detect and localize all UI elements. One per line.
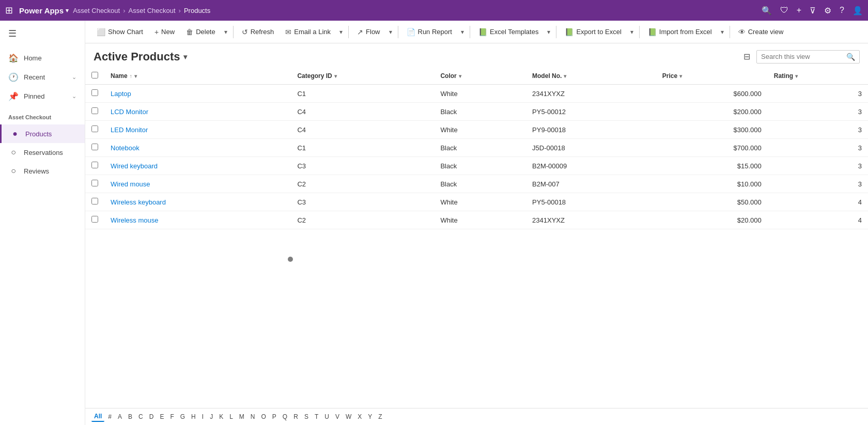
col-model-no[interactable]: Model No. ▾: [526, 68, 656, 85]
category-filter-icon[interactable]: ▾: [334, 73, 337, 79]
filter-icon[interactable]: ⊽: [810, 6, 816, 15]
alpha-btn-h[interactable]: H: [189, 412, 198, 421]
select-all-checkbox[interactable]: [91, 72, 98, 78]
alpha-btn-c[interactable]: C: [136, 412, 146, 421]
alpha-btn-t[interactable]: T: [312, 412, 321, 421]
alpha-btn-q[interactable]: Q: [280, 412, 290, 421]
breadcrumb-asset-checkout-1[interactable]: Asset Checkout: [73, 7, 120, 14]
email-link-button[interactable]: ✉ Email a Link: [280, 25, 336, 39]
add-icon[interactable]: +: [797, 6, 801, 15]
import-excel-button[interactable]: 📗 Import from Excel: [643, 25, 717, 39]
alpha-btn-k[interactable]: K: [216, 412, 226, 421]
alpha-btn-v[interactable]: V: [333, 412, 342, 421]
settings-icon[interactable]: ⚙: [824, 6, 831, 15]
row-checkbox-cell[interactable]: [85, 157, 104, 175]
breadcrumb-asset-checkout-2[interactable]: Asset Checkout: [129, 7, 176, 14]
excel-templates-button[interactable]: 📗 Excel Templates: [473, 25, 544, 39]
col-category-id[interactable]: Category ID ▾: [291, 68, 434, 85]
search-icon[interactable]: 🔍: [762, 6, 772, 15]
alpha-btn-i[interactable]: I: [199, 412, 206, 421]
row-name[interactable]: Notebook: [104, 139, 291, 157]
alpha-btn-e[interactable]: E: [157, 412, 166, 421]
sidebar-item-recent[interactable]: 🕐 Recent ⌄: [0, 68, 85, 87]
show-chart-button[interactable]: ⬜ Show Chart: [91, 25, 148, 39]
row-checkbox-cell[interactable]: [85, 211, 104, 229]
sidebar-item-reservations[interactable]: ○ Reservations: [0, 143, 85, 162]
alpha-btn-n[interactable]: N: [248, 412, 258, 421]
delete-dropdown-button[interactable]: ▾: [222, 26, 230, 38]
name-filter-icon[interactable]: ▾: [134, 73, 137, 79]
row-checkbox-cell[interactable]: [85, 139, 104, 157]
row-checkbox-cell[interactable]: [85, 175, 104, 193]
alpha-btn-o[interactable]: O: [259, 412, 269, 421]
search-input[interactable]: [761, 53, 843, 60]
row-name[interactable]: Wireless mouse: [104, 211, 291, 229]
create-view-button[interactable]: 👁 Create view: [733, 25, 789, 39]
row-name[interactable]: Wired keyboard: [104, 157, 291, 175]
row-checkbox-cell[interactable]: [85, 193, 104, 211]
alpha-btn-all[interactable]: All: [91, 412, 104, 422]
row-name[interactable]: LED Monitor: [104, 121, 291, 139]
row-checkbox[interactable]: [91, 107, 98, 114]
delete-button[interactable]: 🗑 Delete: [181, 25, 221, 39]
alpha-btn-u[interactable]: U: [322, 412, 332, 421]
alpha-btn-z[interactable]: Z: [376, 412, 384, 421]
excel-templates-dropdown-button[interactable]: ▾: [545, 26, 553, 38]
model-filter-icon[interactable]: ▾: [564, 73, 566, 79]
row-name[interactable]: Wired mouse: [104, 175, 291, 193]
rating-filter-icon[interactable]: ▾: [795, 73, 798, 79]
alpha-btn-a[interactable]: A: [115, 412, 125, 421]
alpha-btn-s[interactable]: S: [302, 412, 311, 421]
row-checkbox-cell[interactable]: [85, 85, 104, 103]
sidebar-item-pinned[interactable]: 📌 Pinned ⌄: [0, 87, 85, 106]
alpha-btn-g[interactable]: G: [178, 412, 188, 421]
import-excel-dropdown-button[interactable]: ▾: [718, 26, 726, 38]
refresh-button[interactable]: ↺ Refresh: [237, 25, 280, 39]
run-report-dropdown-button[interactable]: ▾: [458, 26, 467, 38]
new-button[interactable]: + New: [149, 25, 180, 39]
col-color[interactable]: Color ▾: [434, 68, 526, 85]
row-checkbox[interactable]: [91, 198, 98, 204]
col-name[interactable]: Name ↑ ▾: [104, 68, 291, 85]
row-name[interactable]: LCD Monitor: [104, 103, 291, 121]
help-icon[interactable]: ?: [840, 6, 844, 15]
row-checkbox[interactable]: [91, 162, 98, 168]
alpha-btn-j[interactable]: J: [207, 412, 215, 421]
row-checkbox-cell[interactable]: [85, 103, 104, 121]
col-rating[interactable]: Rating ▾: [768, 68, 868, 85]
row-checkbox[interactable]: [91, 125, 98, 132]
grid-icon[interactable]: ⊞: [5, 5, 13, 16]
flow-button[interactable]: ↗ Flow: [352, 25, 385, 39]
run-report-button[interactable]: 📄 Run Report: [401, 25, 457, 39]
alpha-btn-m[interactable]: M: [237, 412, 247, 421]
sidebar-item-home[interactable]: 🏠 Home: [0, 49, 85, 68]
color-filter-icon[interactable]: ▾: [459, 73, 461, 79]
alpha-btn-#[interactable]: #: [105, 412, 114, 421]
alpha-btn-d[interactable]: D: [147, 412, 157, 421]
alpha-btn-r[interactable]: R: [291, 412, 301, 421]
alpha-btn-x[interactable]: X: [355, 412, 364, 421]
view-title-dropdown[interactable]: ▾: [183, 53, 187, 61]
checkbox-header[interactable]: [85, 68, 104, 85]
price-filter-icon[interactable]: ▾: [679, 73, 682, 79]
row-checkbox-cell[interactable]: [85, 121, 104, 139]
row-checkbox[interactable]: [91, 89, 98, 96]
alpha-btn-w[interactable]: W: [343, 412, 354, 421]
app-name-chevron[interactable]: ▾: [66, 7, 69, 14]
export-excel-dropdown-button[interactable]: ▾: [628, 26, 636, 38]
row-checkbox[interactable]: [91, 216, 98, 223]
flow-dropdown-button[interactable]: ▾: [386, 26, 395, 38]
alpha-btn-y[interactable]: Y: [365, 412, 375, 421]
col-price[interactable]: Price ▾: [656, 68, 768, 85]
row-name[interactable]: Laptop: [104, 85, 291, 103]
user-icon[interactable]: 👤: [853, 6, 863, 15]
row-checkbox[interactable]: [91, 180, 98, 186]
shield-icon[interactable]: 🛡: [780, 6, 788, 15]
filter-button[interactable]: ⊟: [741, 50, 752, 64]
sidebar-item-products[interactable]: ● Products: [0, 124, 85, 143]
hamburger-icon[interactable]: ☰: [0, 21, 85, 46]
email-dropdown-button[interactable]: ▾: [337, 26, 345, 38]
row-name[interactable]: Wireless keyboard: [104, 193, 291, 211]
alpha-btn-f[interactable]: F: [167, 412, 176, 421]
alpha-btn-b[interactable]: B: [126, 412, 135, 421]
